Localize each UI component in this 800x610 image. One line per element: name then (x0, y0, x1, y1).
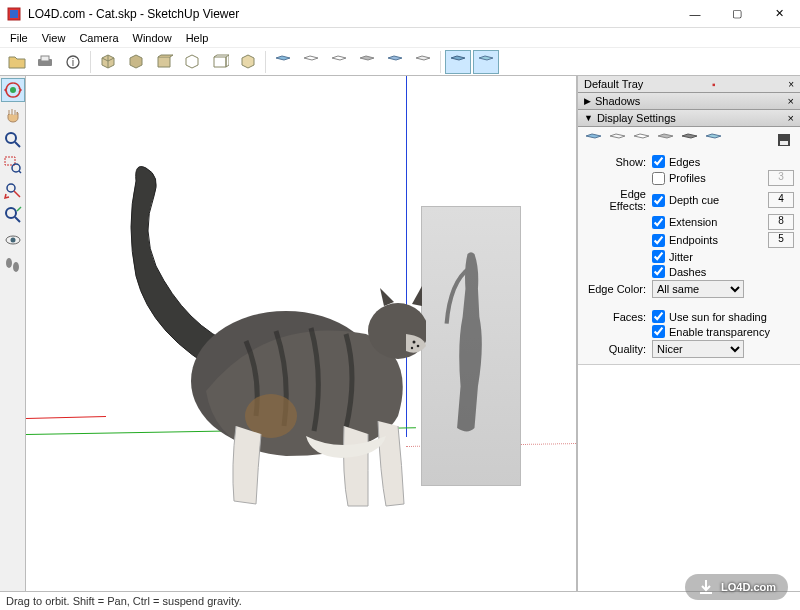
menu-file[interactable]: File (4, 31, 34, 45)
svg-point-10 (7, 184, 15, 192)
svg-point-15 (13, 262, 19, 272)
statusbar: Drag to orbit. Shift = Pan, Ctrl = suspe… (0, 591, 800, 610)
edges-label: Edges (669, 156, 700, 168)
zoom-tool[interactable] (1, 128, 25, 152)
style1-icon[interactable] (445, 50, 471, 74)
edges-checkbox[interactable] (652, 155, 665, 168)
jitter-label: Jitter (669, 251, 693, 263)
cat-shadow (436, 247, 506, 442)
toolbar-separator (265, 51, 266, 73)
svg-point-11 (6, 208, 16, 218)
edge-effects-label: Edge Effects: (584, 188, 646, 212)
endpoints-label: Endpoints (669, 234, 718, 246)
extension-value[interactable]: 8 (768, 214, 794, 230)
download-icon (697, 578, 715, 596)
svg-point-14 (6, 258, 12, 268)
toolbar-separator (440, 51, 441, 73)
walk-tool[interactable] (1, 253, 25, 277)
wireframe-icon[interactable] (608, 131, 628, 149)
svg-rect-3 (41, 56, 49, 61)
zoom-window-tool[interactable] (1, 153, 25, 177)
viewport-3d[interactable] (26, 76, 577, 591)
menu-help[interactable]: Help (180, 31, 215, 45)
shadows-panel-header[interactable]: ▶ Shadows × (578, 93, 800, 110)
xray-style-icon[interactable] (270, 50, 296, 74)
depthcue-value[interactable]: 4 (768, 192, 794, 208)
mono-icon[interactable] (704, 131, 724, 149)
maximize-button[interactable]: ▢ (716, 0, 758, 28)
status-text: Drag to orbit. Shift = Pan, Ctrl = suspe… (6, 595, 242, 607)
workspace: Default Tray ▪ × ▶ Shadows × ▼ Display S… (0, 75, 800, 591)
display-panel-header[interactable]: ▼ Display Settings × (578, 110, 800, 127)
depthcue-checkbox[interactable] (652, 194, 665, 207)
transparency-label: Enable transparency (669, 326, 770, 338)
save-style-icon[interactable] (774, 131, 794, 149)
right-view-icon[interactable] (179, 50, 205, 74)
shaded-tex-icon[interactable] (680, 131, 700, 149)
edge-color-select[interactable]: All same (652, 280, 744, 298)
previous-view-tool[interactable] (1, 203, 25, 227)
svg-rect-8 (5, 157, 15, 165)
menu-window[interactable]: Window (127, 31, 178, 45)
orbit-tool[interactable] (1, 78, 25, 102)
xray-icon[interactable] (584, 131, 604, 149)
profiles-value[interactable]: 3 (768, 170, 794, 186)
menubar: File View Camera Window Help (0, 28, 800, 47)
wireframe-style-icon[interactable] (298, 50, 324, 74)
back-view-icon[interactable] (207, 50, 233, 74)
depthcue-label: Depth cue (669, 194, 719, 206)
info-icon[interactable]: i (60, 50, 86, 74)
mono-style-icon[interactable] (410, 50, 436, 74)
shadow-plane (421, 206, 521, 486)
shaded-icon[interactable] (656, 131, 676, 149)
default-tray: Default Tray ▪ × ▶ Shadows × ▼ Display S… (577, 76, 800, 591)
left-tool-palette (0, 76, 26, 591)
close-icon[interactable]: × (788, 112, 794, 124)
toolbar-separator (90, 51, 91, 73)
style-icon-row (584, 131, 794, 149)
window-title: LO4D.com - Cat.skp - SketchUp Viewer (28, 7, 674, 21)
use-sun-checkbox[interactable] (652, 310, 665, 323)
print-icon[interactable] (32, 50, 58, 74)
menu-view[interactable]: View (36, 31, 72, 45)
close-icon[interactable]: × (788, 79, 794, 90)
svg-point-6 (10, 87, 16, 93)
look-around-tool[interactable] (1, 228, 25, 252)
tray-title: Default Tray (584, 78, 643, 90)
dashes-checkbox[interactable] (652, 265, 665, 278)
endpoints-value[interactable]: 5 (768, 232, 794, 248)
shaded-textures-style-icon[interactable] (382, 50, 408, 74)
style2-icon[interactable] (473, 50, 499, 74)
endpoints-checkbox[interactable] (652, 234, 665, 247)
quality-label: Quality: (584, 343, 646, 355)
hidden-line-icon[interactable] (632, 131, 652, 149)
pan-tool[interactable] (1, 103, 25, 127)
close-icon[interactable]: × (788, 95, 794, 107)
profiles-checkbox[interactable] (652, 172, 665, 185)
menu-camera[interactable]: Camera (73, 31, 124, 45)
tray-header[interactable]: Default Tray ▪ × (578, 76, 800, 93)
transparency-checkbox[interactable] (652, 325, 665, 338)
extension-checkbox[interactable] (652, 216, 665, 229)
zoom-extents-tool[interactable] (1, 178, 25, 202)
display-panel-body: Show:Edges Profiles3 Edge Effects:Depth … (578, 127, 800, 365)
shaded-style-icon[interactable] (354, 50, 380, 74)
iso-view-icon[interactable] (95, 50, 121, 74)
close-window-button[interactable]: ✕ (758, 0, 800, 28)
expand-icon: ▶ (584, 96, 591, 106)
top-view-icon[interactable] (123, 50, 149, 74)
use-sun-label: Use sun for shading (669, 311, 767, 323)
svg-point-13 (11, 238, 16, 243)
quality-select[interactable]: Nicer (652, 340, 744, 358)
left-view-icon[interactable] (235, 50, 261, 74)
watermark: LO4D.com (685, 574, 788, 600)
pin-icon[interactable]: ▪ (712, 79, 716, 90)
open-file-icon[interactable] (4, 50, 30, 74)
shadows-panel-title: Shadows (595, 95, 640, 107)
minimize-button[interactable]: — (674, 0, 716, 28)
cat-model (86, 156, 426, 516)
jitter-checkbox[interactable] (652, 250, 665, 263)
display-panel-title: Display Settings (597, 112, 676, 124)
hidden-line-style-icon[interactable] (326, 50, 352, 74)
front-view-icon[interactable] (151, 50, 177, 74)
